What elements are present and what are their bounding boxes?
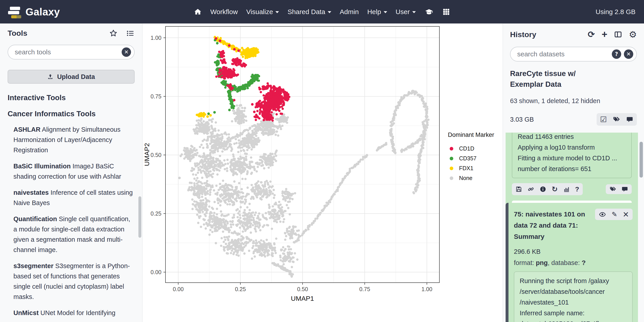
history-sync-icon[interactable]: ⟳: [588, 30, 595, 39]
legend-dot-icon: [450, 166, 453, 170]
tool-basic-illumination[interactable]: BaSiC Illumination ImageJ BaSiC shading …: [8, 161, 134, 182]
save-icon[interactable]: [516, 186, 522, 192]
svg-text:1.00: 1.00: [422, 286, 432, 292]
history-scrollbar[interactable]: [640, 142, 643, 178]
dataset-tags-icon[interactable]: [609, 186, 616, 192]
svg-text:0.00: 0.00: [150, 269, 162, 275]
history-tags-icon[interactable]: [613, 116, 620, 123]
upload-data-button[interactable]: Upload Data: [8, 70, 134, 84]
favorites-star-icon[interactable]: [109, 29, 118, 38]
history-options-gear-icon[interactable]: ⚙: [629, 29, 637, 40]
tool-ashlar[interactable]: ASHLAR Alignment by Simultaneous Harmoni…: [8, 124, 134, 155]
apps-grid-icon[interactable]: [442, 8, 450, 16]
select-items-checkbox-icon[interactable]: ☑: [600, 115, 607, 124]
plot-legend: Dominant Marker CD1DCD357FDX1None: [448, 132, 494, 138]
nav-link-visualize[interactable]: Visualize: [246, 8, 279, 16]
tool-list: ASHLAR Alignment by Simultaneous Harmoni…: [8, 124, 134, 318]
info-icon[interactable]: [540, 186, 546, 192]
section-interactive-tools[interactable]: Interactive Tools: [8, 94, 134, 102]
log-line: Running the script from /galaxy: [520, 276, 627, 286]
galaxy-brand[interactable]: Galaxy: [8, 5, 60, 19]
legend-dot-icon: [450, 147, 453, 150]
tool-naivestates[interactable]: naivestates Inference of cell states usi…: [8, 188, 134, 208]
tools-search-input[interactable]: [8, 45, 134, 60]
umap-scatter-plot: 0.000.250.500.751.000.000.250.500.751.00…: [142, 24, 503, 322]
tools-panel-scrollbar[interactable]: [138, 196, 141, 238]
visualize-chart-icon[interactable]: [563, 186, 570, 192]
dataset-log-box: Running the script from /galaxy/server/d…: [514, 272, 632, 322]
history-annotation-icon[interactable]: [626, 116, 633, 123]
rerun-icon[interactable]: ↻: [552, 185, 558, 194]
home-icon[interactable]: [194, 8, 202, 16]
dataset-size: 296.6 KB: [514, 248, 632, 255]
legend-dot-icon: [450, 176, 453, 180]
nav-link-user[interactable]: User: [396, 8, 416, 16]
tool-quantification[interactable]: Quantification Single cell quantificatio…: [8, 214, 134, 255]
dataset-annotation-icon[interactable]: [622, 186, 628, 192]
svg-text:0.25: 0.25: [235, 286, 246, 292]
edit-pencil-icon[interactable]: ✎: [612, 210, 617, 218]
svg-text:0.00: 0.00: [173, 286, 184, 292]
caret-down-icon: [384, 11, 387, 13]
tool-s3segmenter[interactable]: s3segmenter S3segmenter is a Python-base…: [8, 261, 134, 302]
dataset-card-selected[interactable]: 75: naivestates 101 on data 72 and data …: [506, 203, 638, 322]
caret-down-icon: [328, 11, 331, 13]
usage-quota[interactable]: Using 2.8 GB: [596, 0, 636, 24]
history-panel-title: History: [510, 30, 581, 39]
dataset-format-line: format: png, database: ?: [514, 259, 632, 266]
tools-panel-title: Tools: [8, 29, 100, 38]
history-size: 3.03 GB: [510, 116, 596, 123]
tool-list-icon[interactable]: [126, 29, 134, 38]
legend-label: CD1D: [459, 145, 474, 152]
svg-text:UMAP1: UMAP1: [291, 295, 314, 302]
history-name[interactable]: RareCyte tissue w/ Exemplar Data: [510, 68, 608, 90]
history-actions-pill: ☑: [596, 113, 637, 126]
history-search-clear-icon[interactable]: ✕: [624, 50, 633, 59]
center-content-panel: 0.000.250.500.751.000.000.250.500.751.00…: [142, 24, 503, 322]
caret-down-icon: [412, 11, 416, 13]
brand-title: Galaxy: [26, 6, 60, 18]
masthead: Galaxy WorkflowVisualizeShared DataAdmin…: [0, 0, 644, 24]
log-line: /server/database/tools/cancer: [520, 286, 627, 297]
svg-text:0.50: 0.50: [150, 152, 162, 158]
graduation-cap-icon[interactable]: [424, 8, 434, 16]
tools-panel: Tools ✕ Upload Data Interactive Tools Ca…: [0, 24, 142, 322]
log-line: Applying a log10 transform: [518, 142, 626, 153]
nav-link-workflow[interactable]: Workflow: [210, 8, 238, 16]
dataset-tag-pill: [606, 184, 632, 194]
history-columns-icon[interactable]: [614, 30, 622, 38]
tools-search-clear-icon[interactable]: ✕: [122, 48, 131, 57]
log-line: Inferred sample name:: [520, 308, 627, 318]
upload-button-label: Upload Data: [57, 73, 95, 80]
dataset-title[interactable]: 75: naivestates 101 on data 72 and data …: [514, 209, 595, 242]
dataset-toolbar-pill: ↻ ?: [512, 183, 583, 195]
tool-unmicst[interactable]: UnMicst UNet Model for Identifying: [8, 308, 134, 318]
section-cancer-informatics-tools[interactable]: Cancer Informatics Tools: [8, 110, 134, 118]
log-line: /naivestates_101: [520, 297, 627, 308]
log-line: Fitting a mixture model to CD1D ...: [518, 153, 626, 164]
history-search-help-icon[interactable]: ?: [612, 50, 621, 59]
svg-text:UMAP2: UMAP2: [143, 143, 150, 166]
legend-label: FDX1: [459, 165, 474, 172]
legend-item-fdx1: FDX1: [450, 165, 474, 172]
link-icon[interactable]: [528, 186, 534, 192]
legend-item-cd1d: CD1D: [450, 145, 474, 152]
legend-label: None: [459, 175, 472, 181]
history-dataset-list: Read 11463 entriesApplying a log10 trans…: [503, 132, 644, 322]
nav-link-admin[interactable]: Admin: [340, 8, 359, 16]
history-counts: 63 shown, 1 deleted, 12 hidden: [510, 97, 637, 105]
history-new-icon[interactable]: +: [602, 31, 607, 38]
svg-text:0.75: 0.75: [359, 286, 370, 292]
galaxy-logo-icon: [8, 5, 22, 19]
svg-text:1.00: 1.00: [150, 35, 162, 41]
delete-x-icon[interactable]: ✕: [623, 212, 629, 217]
masthead-menu: WorkflowVisualizeShared DataAdminHelpUse…: [194, 0, 450, 24]
masthead-links: WorkflowVisualizeShared DataAdminHelpUse…: [210, 8, 416, 16]
eye-icon[interactable]: [598, 211, 606, 218]
log-line: dataset_b6805136-ad87-4fbe-: [520, 318, 627, 322]
nav-link-shared-data[interactable]: Shared Data: [288, 8, 331, 16]
upload-icon: [47, 74, 54, 80]
legend-item-none: None: [450, 175, 472, 181]
nav-link-help[interactable]: Help: [367, 8, 387, 16]
help-question-icon[interactable]: ?: [575, 185, 579, 193]
